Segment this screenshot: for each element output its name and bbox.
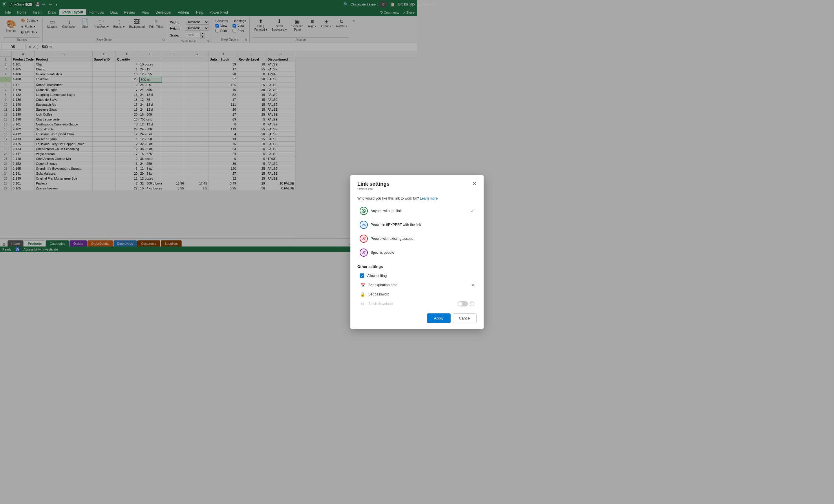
dialog-subtitle: Orders.xlsx (357, 187, 390, 191)
link-option-anyone[interactable]: Anyone with the link ✓ (357, 204, 417, 218)
dialog-title: Link settings (357, 181, 390, 187)
dialog-question: Who would you like this link to work for… (357, 196, 417, 200)
link-option-org[interactable]: People in 9EXPERT with the link (357, 218, 417, 232)
dialog-title-area: Link settings Orders.xlsx (357, 181, 390, 195)
link-option-specific[interactable]: Specific people (357, 246, 417, 252)
specific-icon (360, 248, 368, 252)
svg-point-3 (364, 224, 365, 225)
link-options-list: Anyone with the link ✓ People in 9EXPERT… (357, 204, 417, 252)
link-settings-dialog: Link settings Orders.xlsx ✕ Who would yo… (350, 175, 417, 252)
svg-point-7 (363, 251, 364, 252)
anyone-icon (360, 207, 368, 215)
svg-point-1 (363, 210, 364, 211)
dialog-question-text: Who would you like this link to work for… (357, 196, 417, 200)
dialog-overlay[interactable]: Link settings Orders.xlsx ✕ Who would yo… (0, 0, 417, 252)
svg-point-2 (363, 224, 364, 225)
org-icon (360, 221, 368, 229)
dialog-header: Link settings Orders.xlsx ✕ (357, 181, 417, 195)
existing-icon: ✕ (360, 235, 368, 243)
org-label: People in 9EXPERT with the link (371, 223, 417, 227)
link-option-existing[interactable]: ✕ People with existing access (357, 232, 417, 246)
anyone-label: Anyone with the link (371, 209, 417, 213)
specific-label: Specific people (371, 250, 417, 252)
svg-text:✕: ✕ (365, 237, 366, 239)
existing-label: People with existing access (371, 237, 417, 241)
